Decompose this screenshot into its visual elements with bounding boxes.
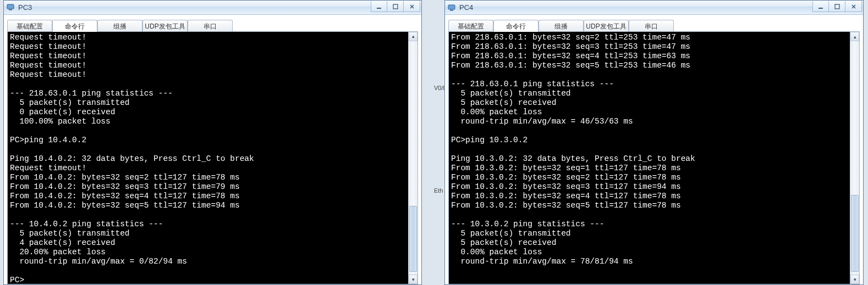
svg-rect-7 [450,10,453,11]
scroll-track[interactable] [409,41,417,275]
tab-multicast[interactable]: 组播 [97,20,142,32]
terminal-wrap: Request timeout! Request timeout! Reques… [7,31,418,284]
scroll-up-button[interactable]: ▴ [850,32,859,41]
client-area: 基础配置 命令行 组播 UDP发包工具 串口 Request timeout! … [4,15,421,284]
tab-serial[interactable]: 串口 [188,20,233,32]
maximize-button[interactable] [387,1,404,12]
close-button[interactable] [404,1,420,12]
close-button[interactable] [845,1,862,12]
client-area: 基础配置 命令行 组播 UDP发包工具 串口 From 218.63.0.1: … [445,15,863,284]
scroll-down-button[interactable]: ▾ [409,275,417,284]
tab-basic-config[interactable]: 基础配置 [7,20,52,32]
tab-serial[interactable]: 串口 [629,20,674,32]
svg-rect-3 [393,4,398,9]
terminal[interactable]: From 218.63.0.1: bytes=32 seq=2 ttl=253 … [449,32,850,284]
app-icon [447,3,456,12]
minimize-button[interactable] [371,1,387,12]
window-title: PC4 [459,3,473,12]
window-pc3: PC3 基础配置 命令行 组播 UDP发包工具 串口 Request timeo… [3,0,422,285]
tab-udp-sender[interactable]: UDP发包工具 [142,20,188,32]
tab-multicast[interactable]: 组播 [539,20,584,32]
window-title: PC3 [18,3,32,12]
minimize-button[interactable] [812,1,829,12]
window-pc4: PC4 基础配置 命令行 组播 UDP发包工具 串口 From 218.63.0… [444,0,864,285]
titlebar[interactable]: PC3 [4,1,421,15]
svg-rect-0 [7,4,14,9]
svg-rect-1 [9,9,12,10]
scroll-thumb[interactable] [851,195,859,272]
app-icon [6,3,15,12]
scrollbar[interactable]: ▴ ▾ [408,32,417,284]
tab-cmdline[interactable]: 命令行 [52,20,97,32]
maximize-button[interactable] [829,1,845,12]
svg-rect-6 [448,5,455,9]
titlebar[interactable]: PC4 [445,1,863,15]
tab-cmdline[interactable]: 命令行 [493,20,539,32]
window-controls [812,1,862,12]
tab-udp-sender[interactable]: UDP发包工具 [584,20,629,32]
terminal[interactable]: Request timeout! Request timeout! Reques… [8,32,408,284]
window-controls [371,1,420,12]
tabstrip: 基础配置 命令行 组播 UDP发包工具 串口 [7,18,418,31]
bg-intf-label: Eth [434,187,443,194]
tabstrip: 基础配置 命令行 组播 UDP发包工具 串口 [448,18,860,31]
tab-basic-config[interactable]: 基础配置 [448,20,493,32]
scroll-thumb[interactable] [409,206,417,272]
scroll-up-button[interactable]: ▴ [409,32,417,41]
svg-rect-9 [835,4,839,9]
scroll-track[interactable] [850,41,859,275]
scrollbar[interactable]: ▴ ▾ [850,32,859,284]
terminal-wrap: From 218.63.0.1: bytes=32 seq=2 ttl=253 … [448,31,860,284]
scroll-down-button[interactable]: ▾ [850,275,859,284]
